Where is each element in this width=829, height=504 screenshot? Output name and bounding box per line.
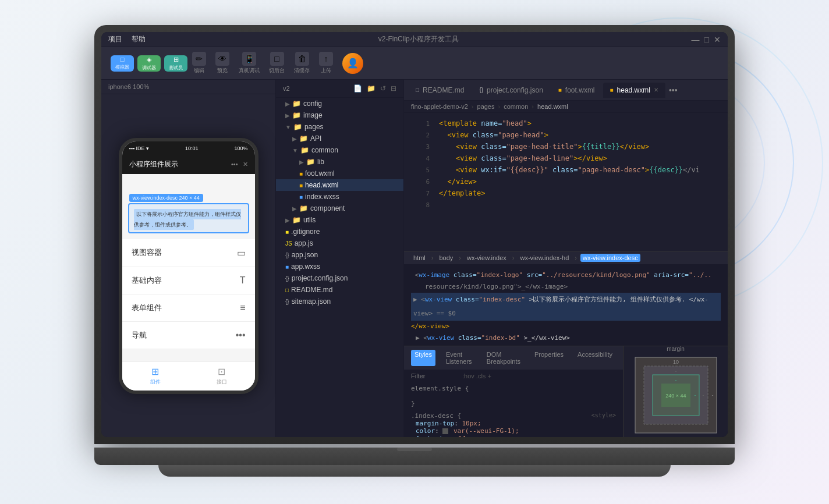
- tree-item-label-component: component: [310, 204, 345, 212]
- tab-head-close[interactable]: ✕: [654, 87, 658, 93]
- tree-item-image[interactable]: ▶ 📁 image: [276, 109, 403, 121]
- filter-input[interactable]: [411, 372, 458, 379]
- action-device-debug[interactable]: 📱 真机调试: [239, 52, 260, 74]
- style-brace-element: }: [411, 400, 616, 407]
- background-label: 切后台: [269, 67, 285, 74]
- styles-tab-event[interactable]: Event Listeners: [442, 350, 476, 366]
- styles-tab-props[interactable]: Properties: [531, 350, 567, 366]
- list-item-1[interactable]: 基础内容 T: [122, 267, 255, 294]
- list-label-3: 导航: [132, 330, 147, 340]
- window-minimize[interactable]: —: [692, 35, 700, 44]
- line-num-8: 8: [413, 201, 430, 209]
- tree-item-label-project: project.config.json: [292, 274, 348, 282]
- tree-item-app-wxss[interactable]: ■ app.wxss: [276, 261, 403, 272]
- bc-wx-index-desc[interactable]: wx-view.index-desc: [580, 254, 640, 262]
- window-close[interactable]: ✕: [714, 35, 721, 44]
- tree-item-app-js[interactable]: JS app.js: [276, 237, 403, 249]
- tab-readme-label: README.md: [423, 86, 464, 94]
- tree-icon-new-file[interactable]: 📄: [353, 84, 362, 93]
- tree-item-gitignore[interactable]: ■ .gitignore: [276, 226, 403, 237]
- folder-icon-common: 📁: [300, 146, 309, 154]
- tab-readme[interactable]: □ README.md: [409, 83, 471, 98]
- btn-tester[interactable]: ⊞ 测试员: [164, 55, 187, 72]
- styles-tab-dom[interactable]: DOM Breakpoints: [483, 350, 524, 366]
- action-upload[interactable]: ↑ 上传: [319, 52, 333, 74]
- phone-menu-icon[interactable]: •••: [231, 161, 238, 168]
- tree-item-component[interactable]: ▶ 📁 component: [276, 203, 403, 214]
- action-clear-cache[interactable]: 🗑 清缓存: [294, 52, 310, 74]
- tree-item-label-sitemap: sitemap.json: [292, 297, 331, 306]
- styles-left: Styles Event Listeners DOM Breakpoints P…: [404, 346, 623, 437]
- tree-item-utils[interactable]: ▶ 📁 utils: [276, 214, 403, 226]
- dom-node-desc[interactable]: ▶ <wx-view class="index-desc" >以下将展示小程序官…: [411, 293, 721, 307]
- tree-item-app-json[interactable]: {} app.json: [276, 249, 403, 261]
- tree-item-label-utils: utils: [303, 216, 316, 224]
- tree-item-sitemap[interactable]: {} sitemap.json: [276, 296, 403, 307]
- phone-nav-api[interactable]: ⊡ 接口: [189, 362, 255, 391]
- styles-tab-styles[interactable]: Styles: [411, 350, 435, 366]
- bc-wx-index[interactable]: wx-view.index: [465, 254, 509, 262]
- phone-device: ▪▪▪ IDE ▾ 10:01 100% 小程序组件展示 •••: [119, 138, 258, 394]
- tree-item-project-config[interactable]: {} project.config.json: [276, 272, 403, 284]
- action-background[interactable]: □ 切后台: [269, 52, 285, 74]
- tree-item-readme[interactable]: □ README.md: [276, 284, 403, 296]
- style-prop-fontsize: font-size: 14px;: [416, 435, 616, 437]
- tree-item-lib[interactable]: ▶ 📁 lib: [276, 156, 403, 168]
- styles-tab-access[interactable]: Accessibility: [574, 350, 616, 366]
- code-editor[interactable]: 1 <template name="head"> 2 <view class="…: [404, 113, 728, 251]
- box-model-panel: margin: [623, 346, 728, 437]
- tab-project-label: project.config.json: [487, 86, 543, 94]
- tab-head-wxml[interactable]: ■ head.wxml ✕: [603, 83, 665, 98]
- action-preview[interactable]: 👁 预览: [215, 52, 229, 74]
- tab-project-config[interactable]: {} project.config.json: [472, 83, 550, 98]
- toolbar: □ 模拟器 ◈ 调试器 ⊞ 测试员 ✏ 编辑: [101, 47, 728, 80]
- tree-item-config[interactable]: ▶ 📁 config: [276, 98, 403, 109]
- debugger-label: 调试器: [142, 65, 156, 71]
- tree-icon-refresh[interactable]: ↺: [380, 84, 386, 93]
- btn-debugger[interactable]: ◈ 调试器: [137, 55, 161, 72]
- action-edit[interactable]: ✏ 编辑: [192, 52, 206, 74]
- svg-text:-: -: [711, 392, 713, 398]
- breadcrumb-sep-3: ›: [532, 103, 534, 110]
- tree-item-foot-wxml[interactable]: ■ foot.wxml: [276, 168, 403, 179]
- tab-foot-wxml[interactable]: ■ foot.wxml: [551, 83, 602, 98]
- tree-item-common[interactable]: ▼ 📁 common: [276, 144, 403, 156]
- file-icon-wxss: ■: [299, 194, 303, 200]
- tree-item-head-wxml[interactable]: ■ head.wxml: [276, 179, 403, 191]
- style-link-desc[interactable]: <style>: [591, 412, 616, 420]
- bc-body[interactable]: body: [437, 254, 455, 262]
- window-maximize[interactable]: □: [704, 35, 709, 44]
- menu-help[interactable]: 帮助: [132, 34, 146, 44]
- preview-icon: 👁: [215, 52, 229, 66]
- phone-nav-components[interactable]: ⊞ 组件: [122, 362, 189, 391]
- tree-icon-new-folder[interactable]: 📁: [367, 84, 375, 93]
- preview-label: 预览: [217, 67, 228, 74]
- phone-close-icon[interactable]: ✕: [243, 161, 248, 168]
- list-label-0: 视图容器: [132, 247, 162, 258]
- tab-more-menu[interactable]: •••: [669, 86, 678, 95]
- list-item-3[interactable]: 导航 •••: [122, 322, 255, 349]
- tree-item-api[interactable]: ▶ 📁 API: [276, 133, 403, 144]
- laptop-screen: 项目 帮助 v2-FinClip小程序开发工具 — □ ✕ □ 模拟器: [101, 32, 728, 437]
- svg-text:-: -: [675, 377, 676, 383]
- editor-tabs: □ README.md {} project.config.json ■ foo…: [404, 80, 728, 101]
- tree-item-label-foot: foot.wxml: [305, 169, 335, 178]
- list-item-0[interactable]: 视图容器 ▭: [122, 239, 255, 267]
- bc-wx-index-hd[interactable]: wx-view.index-hd: [518, 254, 572, 262]
- tree-item-index-wxss[interactable]: ■ index.wxss: [276, 191, 403, 203]
- chevron-pages: ▼: [285, 124, 291, 130]
- code-content-1: <template name="head">: [439, 119, 532, 127]
- style-selector-desc: .index-desc {: [411, 412, 461, 420]
- menu-project[interactable]: 项目: [108, 34, 122, 44]
- tree-item-pages[interactable]: ▼ 📁 pages: [276, 121, 403, 133]
- phone-bottom-nav: ⊞ 组件 ⊡ 接口: [122, 361, 255, 391]
- user-avatar[interactable]: 👤: [342, 53, 363, 74]
- toolbar-right: ✏ 编辑 👁 预览 📱 真机调试 □ 切后台: [192, 52, 363, 74]
- bc-html[interactable]: html: [411, 254, 428, 262]
- tree-icon-collapse[interactable]: ⊟: [391, 84, 396, 93]
- btn-simulator[interactable]: □ 模拟器: [111, 55, 134, 72]
- tree-item-label-common: common: [311, 146, 338, 154]
- list-item-2[interactable]: 表单组件 ≡: [122, 294, 255, 322]
- line-num-5: 5: [413, 166, 430, 174]
- editor-breadcrumb: fino-applet-demo-v2 › pages › common › h…: [404, 101, 728, 113]
